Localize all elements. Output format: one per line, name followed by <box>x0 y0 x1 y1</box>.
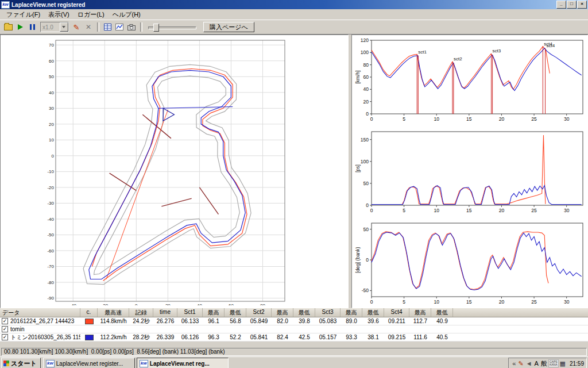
maximize-button[interactable]: □ <box>567 1 577 9</box>
track-map-panel: -40-20020406080706050403020100-10-20-30-… <box>0 34 349 308</box>
purchase-page-button[interactable]: 購入ページへ <box>203 22 254 32</box>
delete-button[interactable]: ✕ <box>83 22 94 32</box>
column-header[interactable]: time <box>153 308 177 317</box>
menu-item[interactable]: 表示(V) <box>44 9 74 20</box>
svg-text:[km/h]: [km/h] <box>355 70 361 83</box>
row-checkbox[interactable]: ✓ <box>2 318 8 324</box>
column-header[interactable]: 最高 <box>409 308 431 317</box>
svg-text:15: 15 <box>466 299 472 305</box>
chevron-down-icon[interactable] <box>60 22 68 32</box>
svg-text:10: 10 <box>434 299 439 305</box>
pause-button[interactable] <box>26 22 38 32</box>
svg-text:sct3: sct3 <box>493 48 501 53</box>
menu-item[interactable]: ヘルプ(H) <box>109 9 145 20</box>
pen-input-icon[interactable]: ✎ <box>518 359 523 368</box>
column-header[interactable]: Sct3 <box>315 308 341 317</box>
value-cell: 56.8 <box>225 317 246 325</box>
charts-panel: 020406080100120051015202530[km/h]sct1sct… <box>351 34 588 308</box>
play-button[interactable] <box>14 22 26 32</box>
dataset-name: トミン20160305_26,35 115818 <box>10 334 80 341</box>
speed-chart-plot[interactable]: 020406080100120051015202530[km/h]sct1sct… <box>354 37 586 124</box>
value-cell: 82.0 <box>272 317 293 325</box>
column-header[interactable]: 記録 <box>129 308 153 317</box>
app-icon: kw <box>140 360 148 367</box>
hide-tray-icons-button[interactable]: « <box>512 359 516 368</box>
table-row[interactable]: ✓トミン20160305_26,35 115818112.2km/h28.2秒2… <box>0 334 588 342</box>
svg-text:30: 30 <box>564 208 570 213</box>
ime-conversion-general[interactable]: 般 <box>541 359 547 368</box>
column-header[interactable]: Sct4 <box>384 308 409 317</box>
column-header[interactable]: データ <box>0 308 80 317</box>
windows-flag-icon <box>3 361 9 366</box>
svg-text:sct1: sct1 <box>418 49 427 55</box>
column-header[interactable]: 最高 <box>272 308 293 317</box>
svg-text:0: 0 <box>135 303 138 305</box>
svg-text:20: 20 <box>499 299 505 305</box>
row-checkbox[interactable]: ✓ <box>2 334 8 340</box>
edit-button[interactable]: ✎ <box>71 22 82 32</box>
table-icon <box>104 24 111 30</box>
track-map-plot[interactable]: -40-20020406080706050403020100-10-20-30-… <box>34 37 289 305</box>
line-chart-icon <box>115 24 123 30</box>
camera-icon <box>127 24 136 30</box>
playback-speed-select[interactable]: x1.0 <box>40 22 69 32</box>
snapshot-button[interactable] <box>126 22 137 32</box>
close-button[interactable]: × <box>577 1 587 9</box>
taskbar-window-button[interactable]: kwLaplaceView.net reg... <box>137 358 229 368</box>
svg-text:5: 5 <box>403 208 405 213</box>
table-row[interactable]: ✓20161224_26,27 144423114.8km/h24.2秒26.2… <box>0 317 588 325</box>
bank-chart-plot[interactable]: -50050051015202530[deg] (bank) <box>354 220 586 307</box>
svg-text:-20: -20 <box>47 185 54 190</box>
svg-text:50: 50 <box>363 181 369 186</box>
dataset-name: tomin <box>10 325 24 333</box>
table-view-button[interactable] <box>102 22 113 32</box>
value-cell <box>409 325 431 333</box>
column-header[interactable]: 最高 <box>203 308 225 317</box>
column-header[interactable]: 最低 <box>431 308 453 317</box>
column-header[interactable]: Sct2 <box>246 308 272 317</box>
minimize-button[interactable]: _ <box>556 1 566 9</box>
column-header[interactable]: 最低 <box>362 308 384 317</box>
table-row[interactable]: ✓tomin <box>0 325 588 334</box>
taskbar-window-label: LaplaceView.net register... <box>56 361 123 367</box>
svg-text:25: 25 <box>531 299 537 305</box>
column-header[interactable]: Sct1 <box>177 308 203 317</box>
svg-text:20: 20 <box>165 303 171 305</box>
menu-bar: ファイル(F)表示(V)ロガー(L)ヘルプ(H) <box>0 9 588 20</box>
value-cell <box>225 325 246 333</box>
ime-input-mode-a[interactable]: A <box>535 359 539 368</box>
menu-item[interactable]: ファイル(F) <box>2 9 44 20</box>
value-cell: 06.133 <box>177 317 203 325</box>
column-header[interactable]: 最低 <box>293 308 315 317</box>
column-header[interactable]: c. <box>80 308 98 317</box>
volume-icon[interactable]: ◄ <box>526 359 532 368</box>
ps-chart-plot[interactable]: 050100150051015202530[ps] <box>354 128 586 216</box>
column-header[interactable]: 最高速 <box>98 308 129 317</box>
column-header[interactable]: 最低 <box>225 308 246 317</box>
svg-text:20: 20 <box>363 99 369 105</box>
open-log-button[interactable] <box>2 22 14 32</box>
value-cell: 05.083 <box>315 317 341 325</box>
start-button[interactable]: スタート <box>1 358 41 368</box>
folder-icon <box>4 24 13 30</box>
app-icon: kw <box>46 360 55 367</box>
svg-text:[ps]: [ps] <box>355 164 361 172</box>
svg-text:80: 80 <box>363 62 369 68</box>
graph-view-button[interactable] <box>114 22 125 32</box>
svg-text:sct4: sct4 <box>547 43 555 48</box>
row-checkbox[interactable]: ✓ <box>2 326 8 332</box>
lap-table: データc.最高速記録timeSct1最高最低Sct2最高最低Sct3最高最低Sc… <box>0 308 588 347</box>
value-cell: 39.8 <box>293 317 315 325</box>
value-cell: 112.2km/h <box>98 334 129 341</box>
svg-text:50: 50 <box>363 227 369 232</box>
column-header[interactable]: 最高 <box>341 308 362 317</box>
slider-handle[interactable] <box>153 24 159 32</box>
svg-text:40: 40 <box>363 86 369 92</box>
taskbar-window-button[interactable]: kwLaplaceView.net register... <box>43 358 135 368</box>
value-cell: 24.2秒 <box>129 317 153 325</box>
value-cell: 05.849 <box>246 317 272 325</box>
keyboard-icon[interactable]: ▦ <box>560 359 566 368</box>
caps-kana-indicator[interactable]: CAPSKANA <box>548 359 559 367</box>
menu-item[interactable]: ロガー(L) <box>74 9 109 20</box>
map-zoom-slider[interactable] <box>148 22 196 32</box>
